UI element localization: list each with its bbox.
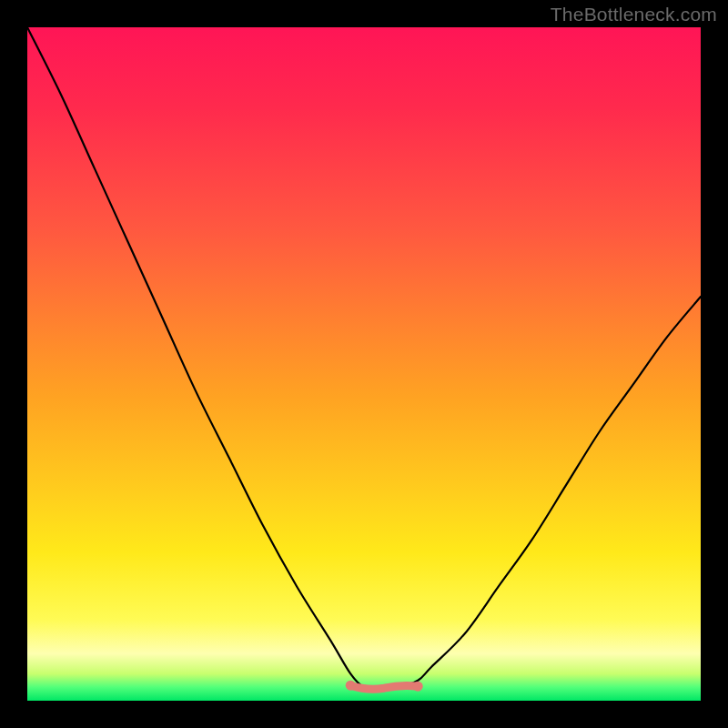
plot-area xyxy=(27,27,701,701)
trough-marker-dot-right xyxy=(413,682,423,692)
outer-frame: TheBottleneck.com xyxy=(0,0,728,728)
trough-marker xyxy=(350,685,418,689)
curve-layer xyxy=(27,27,701,701)
watermark-text: TheBottleneck.com xyxy=(551,4,717,25)
trough-marker-dot-left xyxy=(346,681,356,691)
bottleneck-curve xyxy=(27,27,701,688)
